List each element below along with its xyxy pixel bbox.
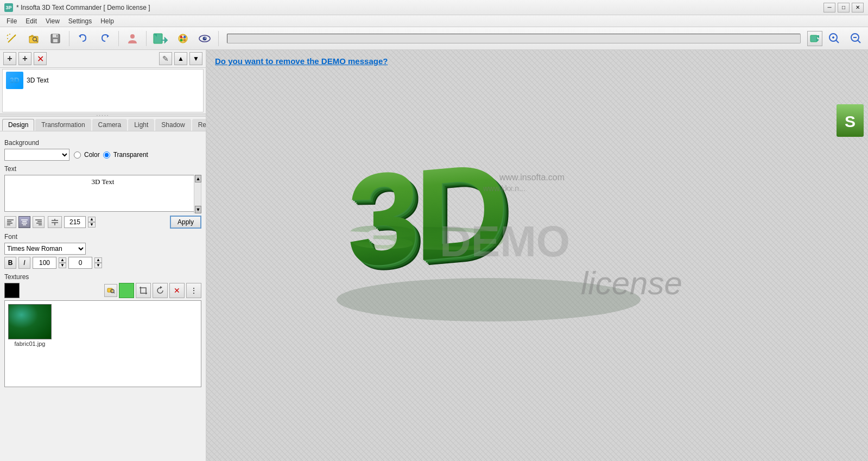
apply-button[interactable]: Apply xyxy=(170,216,201,229)
background-transparent-label[interactable]: Transparent xyxy=(113,151,148,159)
object-label: 3D Text xyxy=(27,77,48,84)
text-input[interactable]: 3D Text xyxy=(4,175,201,212)
open-button[interactable] xyxy=(24,29,43,48)
edit-object-button[interactable]: ✎ xyxy=(159,52,172,65)
menu-view[interactable]: View xyxy=(41,16,64,26)
texture-menu-button[interactable]: ⋮ xyxy=(186,283,201,298)
maximize-button[interactable]: □ xyxy=(838,3,850,12)
font-select[interactable]: Times New Roman Arial Courier New xyxy=(4,243,86,255)
svg-text:S: S xyxy=(845,112,856,130)
background-color-label[interactable]: Color xyxy=(84,151,100,159)
tab-light[interactable]: Light xyxy=(128,119,154,131)
close-button[interactable]: ✕ xyxy=(852,3,864,12)
texture-remove-button[interactable]: ✕ xyxy=(169,283,185,298)
text-size-spinner: ▲ ▼ xyxy=(88,217,96,228)
vertical-align-button[interactable] xyxy=(48,216,62,228)
texture-crop-button[interactable] xyxy=(136,283,151,298)
svg-point-23 xyxy=(180,39,183,41)
texture-name: fabric01.jpg xyxy=(15,340,46,347)
3d-text-render: 3D 3D 3D 3D 3D DEMO license www.insofta.… xyxy=(315,104,695,323)
svg-text:3D: 3D xyxy=(347,218,503,258)
svg-line-57 xyxy=(113,292,115,293)
user-button[interactable] xyxy=(123,29,142,48)
font-size-decrement[interactable]: ▼ xyxy=(59,263,66,268)
texture-list[interactable]: fabric01.jpg xyxy=(4,300,201,387)
toolbar-separator-4 xyxy=(218,31,219,46)
svg-text:3D: 3D xyxy=(347,135,503,294)
add-object-button[interactable]: + xyxy=(3,52,16,65)
redo-button[interactable] xyxy=(95,29,115,48)
titlebar: 3P * Insofta 3D Text Commander [ Demo li… xyxy=(0,0,868,15)
textures-toolbar: ✕ ⋮ xyxy=(4,283,201,298)
background-transparent-radio[interactable] xyxy=(103,151,110,159)
texture-refresh-button[interactable] xyxy=(153,283,168,298)
background-section: Color Transparent xyxy=(4,149,201,161)
textures-label: Textures xyxy=(4,273,201,281)
preview-button[interactable] xyxy=(195,29,214,48)
background-color-radio[interactable] xyxy=(74,151,81,159)
svg-point-28 xyxy=(205,37,206,39)
svg-rect-11 xyxy=(53,39,58,42)
font-size-input[interactable] xyxy=(33,257,56,269)
demo-message-link[interactable]: Do you want to remove the DEMO message? xyxy=(215,56,388,66)
palette-button[interactable] xyxy=(173,29,193,48)
window-title: * Insofta 3D Text Commander [ Demo licen… xyxy=(16,4,150,11)
svg-point-24 xyxy=(183,39,186,41)
align-right-button[interactable] xyxy=(33,216,45,228)
bold-button[interactable]: B xyxy=(4,257,16,269)
save-button[interactable] xyxy=(46,29,65,48)
svg-text:www.insofta.com: www.insofta.com xyxy=(499,173,565,182)
toolbar xyxy=(0,27,868,50)
texture-color-swatch[interactable] xyxy=(4,283,20,298)
text-size-increment[interactable]: ▲ xyxy=(88,217,96,222)
add-child-button[interactable]: + xyxy=(18,52,31,65)
remove-object-button[interactable]: ✕ xyxy=(34,52,47,65)
list-item[interactable]: 3D 3D Text xyxy=(3,70,203,91)
texture-item[interactable]: fabric01.jpg xyxy=(7,303,53,348)
tab-shadow[interactable]: Shadow xyxy=(155,119,191,131)
svg-point-25 xyxy=(182,35,184,37)
svg-point-27 xyxy=(203,36,207,40)
svg-text:license: license xyxy=(581,265,682,301)
font-size-increment[interactable]: ▲ xyxy=(59,257,66,263)
insofta-side-logo: S xyxy=(837,104,864,137)
texture-color-button[interactable] xyxy=(119,283,134,298)
font-spacing-input[interactable] xyxy=(68,257,92,269)
zoom-in-button[interactable] xyxy=(825,29,844,48)
menu-edit[interactable]: Edit xyxy=(21,16,41,26)
minimize-button[interactable]: ─ xyxy=(823,3,835,12)
font-spacing-decrement[interactable]: ▼ xyxy=(94,263,102,268)
menu-settings[interactable]: Settings xyxy=(64,16,96,26)
move-down-button[interactable]: ▼ xyxy=(189,52,202,65)
export-button[interactable] xyxy=(150,29,171,48)
background-dropdown[interactable] xyxy=(4,149,69,161)
align-center-button[interactable] xyxy=(18,216,30,228)
zoom-out-button[interactable] xyxy=(846,29,866,48)
nav-back-button[interactable] xyxy=(807,31,822,46)
texture-search-button[interactable] xyxy=(104,284,117,297)
text-size-input[interactable] xyxy=(64,216,86,228)
font-spacing-increment[interactable]: ▲ xyxy=(94,257,102,263)
font-spacing-spinner: ▲ ▼ xyxy=(94,257,102,268)
tab-reflection[interactable]: Reflection xyxy=(192,119,206,131)
align-left-button[interactable] xyxy=(4,216,16,228)
wand-button[interactable] xyxy=(2,29,22,48)
undo-button[interactable] xyxy=(73,29,93,48)
italic-button[interactable]: I xyxy=(18,257,30,269)
menu-help[interactable]: Help xyxy=(96,16,118,26)
menu-file[interactable]: File xyxy=(2,16,21,26)
tab-design[interactable]: Design xyxy=(2,119,34,131)
texture-thumbnail xyxy=(8,304,52,339)
tab-transformation[interactable]: Transformation xyxy=(35,119,91,131)
text-size-decrement[interactable]: ▼ xyxy=(88,222,96,228)
svg-line-0 xyxy=(8,37,14,42)
svg-rect-16 xyxy=(154,34,162,43)
tab-camera[interactable]: Camera xyxy=(92,119,128,131)
object-list[interactable]: 3D 3D Text xyxy=(2,69,204,112)
toolbar-separator-3 xyxy=(146,31,147,46)
app-icon: 3P xyxy=(4,3,13,12)
font-section: Times New Roman Arial Courier New B I ▲ … xyxy=(4,243,201,269)
main-layout: + + ✕ ✎ ▲ ▼ 3D 3D xyxy=(0,50,868,461)
font-label: Font xyxy=(4,233,201,241)
move-up-button[interactable]: ▲ xyxy=(174,52,187,65)
